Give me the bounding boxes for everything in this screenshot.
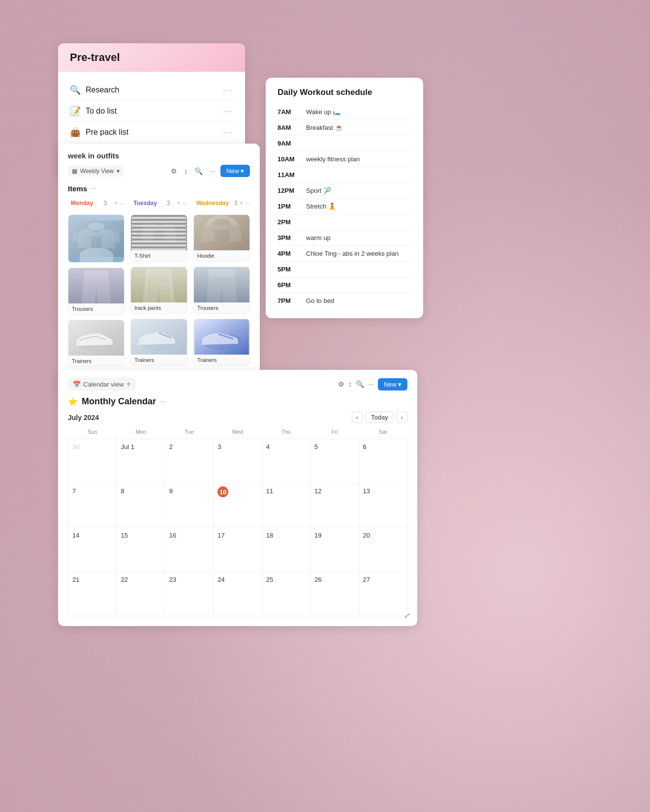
day-14[interactable]: 14: [68, 528, 117, 572]
trousers1-card[interactable]: Trousers: [68, 268, 124, 315]
trainers3-card[interactable]: Trainers: [193, 319, 250, 366]
trousers2-image: [194, 267, 249, 302]
new-button[interactable]: New ▾: [220, 165, 250, 177]
workout-card: Daily Workout schedule 7AM Wake up 🛏️ 8A…: [266, 78, 423, 318]
day-9[interactable]: 9: [165, 483, 213, 528]
day-27[interactable]: 27: [359, 572, 407, 616]
calendar-new-button[interactable]: New ▾: [378, 378, 407, 391]
day-5[interactable]: 5: [310, 439, 359, 483]
workout-row-8am: 8AM Breakfast ☕: [278, 120, 411, 136]
monday-actions: + ···: [114, 200, 124, 207]
search-cal-icon[interactable]: 🔍: [356, 380, 364, 388]
trousers2-card[interactable]: Trousers: [193, 267, 250, 314]
outfits-toolbar: ▦ Weekly View ▾ ⚙ ↕ 🔍 ··· New ▾: [68, 165, 250, 177]
sort-cal-icon[interactable]: ↕: [348, 380, 352, 388]
week-row-4: 21 22 23 24 25 26 27: [68, 572, 407, 616]
day-18[interactable]: 18: [262, 528, 310, 572]
monday-more[interactable]: ···: [120, 200, 124, 207]
time-4pm: 4PM: [278, 250, 298, 257]
items-label: Items: [68, 184, 87, 193]
next-month-button[interactable]: ›: [397, 412, 407, 423]
time-10am: 10AM: [278, 155, 298, 163]
chevron-cal-icon: ▾: [398, 381, 402, 388]
day-15[interactable]: 15: [117, 528, 165, 572]
search-icon[interactable]: 🔍: [192, 166, 205, 176]
filter-cal-icon[interactable]: ⚙: [338, 380, 344, 388]
research-menu[interactable]: ···: [223, 85, 233, 95]
hoodie-image: [194, 215, 249, 250]
month-label: July 2024: [68, 414, 99, 421]
day-20[interactable]: 20: [359, 528, 407, 572]
day-23[interactable]: 23: [165, 572, 213, 616]
hoodie-card[interactable]: Hoodie: [193, 214, 250, 262]
plus-view-icon[interactable]: +: [126, 380, 130, 389]
sort-icon[interactable]: ↕: [182, 166, 189, 176]
todo-icon: 📝: [70, 106, 81, 117]
day-12[interactable]: 12: [310, 483, 359, 528]
weekly-view-toggle[interactable]: ▦ Weekly View ▾: [68, 166, 124, 177]
day-7[interactable]: 7: [68, 483, 117, 528]
calendar-toolbar: ⚙ ↕ 🔍 ··· New ▾: [338, 378, 407, 391]
day-11[interactable]: 11: [262, 483, 310, 528]
prepack-menu[interactable]: ···: [223, 127, 233, 138]
prev-month-button[interactable]: ‹: [352, 412, 363, 423]
wednesday-add[interactable]: +: [240, 200, 243, 207]
wednesday-column: Wednesday 3 + ···: [193, 199, 250, 383]
calendar-grid-icon: ▦: [72, 168, 77, 175]
activity-7am: Wake up 🛏️: [306, 108, 340, 116]
day-17[interactable]: 17: [214, 528, 262, 572]
day-21[interactable]: 21: [68, 572, 117, 616]
day-13[interactable]: 13: [359, 483, 407, 528]
trainers1-card[interactable]: Trainers: [68, 320, 124, 367]
today-button[interactable]: Today: [366, 412, 394, 423]
calendar-view-button[interactable]: 📅 Calendar view +: [68, 378, 136, 391]
more-cal-icon[interactable]: ···: [368, 380, 374, 388]
expand-icon[interactable]: ⤢: [404, 611, 410, 620]
todo-item[interactable]: 📝 To do list ···: [70, 101, 233, 122]
research-item[interactable]: 🔍 Research ···: [70, 80, 233, 101]
activity-1pm: Stretch 🧘: [306, 203, 336, 210]
day-10[interactable]: 10: [214, 483, 262, 528]
time-1pm: 1PM: [278, 203, 298, 210]
day-26[interactable]: 26: [310, 572, 359, 616]
day-30-june[interactable]: 30: [68, 439, 117, 483]
day-19[interactable]: 19: [310, 528, 359, 572]
items-menu[interactable]: ···: [90, 184, 96, 193]
activity-12pm: Sport 🎾: [306, 187, 331, 194]
prepack-item[interactable]: 👜 Pre pack list ···: [70, 122, 233, 143]
jumper-card[interactable]: Jumper: [68, 214, 124, 263]
toolbar-icons: ⚙ ↕ 🔍 ··· New ▾: [169, 165, 250, 177]
star-icon: ⭐: [68, 397, 78, 406]
trainers2-name: Trainers: [131, 355, 186, 365]
day-6[interactable]: 6: [359, 439, 407, 483]
monday-add[interactable]: +: [114, 200, 118, 207]
day-22[interactable]: 22: [117, 572, 165, 616]
filter-icon[interactable]: ⚙: [169, 166, 179, 176]
tuesday-add[interactable]: +: [177, 200, 181, 207]
day-4[interactable]: 4: [262, 439, 310, 483]
trousers1-name: Trousers: [68, 303, 124, 314]
more-icon[interactable]: ···: [208, 166, 217, 176]
day-8[interactable]: 8: [117, 483, 165, 528]
tuesday-header: Tuesday 3 + ···: [130, 199, 187, 208]
day-jul1[interactable]: Jul 1: [117, 439, 165, 483]
calendar-title-more[interactable]: ···: [160, 397, 166, 406]
day-24[interactable]: 24: [214, 572, 262, 616]
day-3[interactable]: 3: [214, 439, 262, 483]
prepack-label: Pre pack list: [86, 128, 128, 137]
day-25[interactable]: 25: [262, 572, 310, 616]
calendar-title-row: ⭐ Monthly Calendar ···: [68, 396, 407, 407]
jumper-name: Jumper: [68, 262, 124, 263]
wednesday-more[interactable]: ···: [245, 200, 250, 207]
tshirt-card[interactable]: T-Shirt: [130, 214, 187, 262]
trackpants-card[interactable]: track pants: [130, 267, 187, 314]
day-16[interactable]: 16: [165, 528, 213, 572]
todo-menu[interactable]: ···: [223, 106, 233, 117]
tuesday-more[interactable]: ···: [183, 200, 187, 207]
day-2[interactable]: 2: [165, 439, 213, 483]
calendar-table: Sun Mon Tue Wed Thu Fri Sat 30 Jul 1 2 3…: [68, 427, 407, 616]
trainers2-card[interactable]: Trainers: [130, 319, 187, 366]
week-row-1: 30 Jul 1 2 3 4 5 6: [68, 439, 407, 483]
outfits-title: week in outfits: [68, 151, 119, 160]
monday-count: 3: [103, 200, 107, 207]
